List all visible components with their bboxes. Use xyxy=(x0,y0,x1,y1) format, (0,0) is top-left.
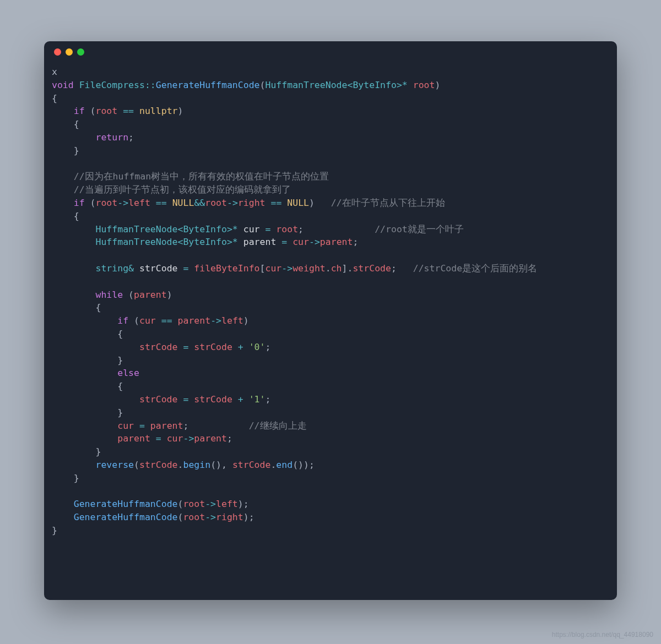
comment: //当遍历到叶子节点初，该权值对应的编码就拿到了 xyxy=(74,184,291,195)
paren: ( xyxy=(178,499,183,509)
id-cur: cur xyxy=(167,433,183,444)
ns: FileCompress xyxy=(79,80,145,90)
dot: . xyxy=(348,263,353,274)
pad xyxy=(188,421,248,431)
id-filebyteinfo: fileByteInfo xyxy=(188,263,259,274)
id-left: left xyxy=(221,315,243,326)
brace: { xyxy=(52,329,123,339)
id-strcode: strCode xyxy=(353,263,391,274)
eq: == xyxy=(117,106,139,116)
asgn: = xyxy=(265,224,270,234)
tmpl: ByteInfo xyxy=(183,237,226,247)
brace: { xyxy=(52,302,101,313)
fn-name: GenerateHuffmanCode xyxy=(156,80,260,90)
semi: ; xyxy=(183,421,188,431)
id-strcode: strCode xyxy=(232,460,271,470)
id-parent: parent xyxy=(150,421,183,431)
semi: ; xyxy=(128,132,134,143)
id-cur: cur xyxy=(238,224,266,234)
semi: ; xyxy=(309,460,315,470)
comma: , xyxy=(221,460,232,470)
titlebar xyxy=(44,41,617,62)
amp: & xyxy=(128,263,134,274)
zoom-icon[interactable] xyxy=(77,48,84,56)
kw-if: if xyxy=(74,106,85,116)
brace: } xyxy=(52,446,101,457)
paren: ) xyxy=(304,460,309,470)
lt: < xyxy=(178,237,183,247)
comment: //strCode是这个后面的别名 xyxy=(413,263,537,274)
type: HuffmanTreeNode xyxy=(95,237,177,247)
paren: ) xyxy=(167,290,172,300)
fn-begin: begin xyxy=(183,460,210,470)
paren: ) xyxy=(178,106,183,116)
id-right: right xyxy=(216,512,243,522)
id-root: root xyxy=(183,499,205,509)
arrow: -> xyxy=(117,198,128,208)
type: HuffmanTreeNode xyxy=(95,224,177,234)
minimize-icon[interactable] xyxy=(66,48,73,56)
scope-op: :: xyxy=(145,80,156,90)
id-root: root xyxy=(205,198,227,208)
dot: . xyxy=(270,460,276,470)
kw-if: if xyxy=(117,315,128,326)
asgn: = xyxy=(178,342,194,352)
lt: < xyxy=(178,224,183,234)
tmpl: ByteInfo xyxy=(183,224,226,234)
arrow: -> xyxy=(205,512,216,522)
brace: { xyxy=(52,119,79,129)
id-left: left xyxy=(128,198,150,208)
brace: { xyxy=(52,381,123,391)
eq: == xyxy=(266,198,288,208)
paren: ( xyxy=(85,198,96,208)
eq: == xyxy=(150,198,172,208)
arrow: -> xyxy=(281,263,292,274)
id-root: root xyxy=(270,224,298,234)
char-lit: '1' xyxy=(249,394,266,405)
semi: ; xyxy=(265,394,270,405)
comment: //继续向上走 xyxy=(249,421,307,431)
arrow: -> xyxy=(183,433,194,444)
paren: ( xyxy=(128,315,139,326)
semi: ; xyxy=(353,237,358,247)
id-parent: parent xyxy=(178,315,211,326)
brace: } xyxy=(52,355,123,365)
arg: root xyxy=(408,80,435,90)
kw-if: if xyxy=(74,198,85,208)
semi: ; xyxy=(298,224,304,234)
asgn: = xyxy=(281,237,287,247)
rbracket: ] xyxy=(342,263,348,274)
semi: ; xyxy=(249,512,254,522)
dot: . xyxy=(178,460,183,470)
asgn: = xyxy=(134,421,150,431)
lparen: ( xyxy=(260,80,266,90)
brace: { xyxy=(52,93,57,103)
id-cur: cur xyxy=(117,421,134,431)
id-strcode: strCode xyxy=(134,263,183,274)
paren: ) xyxy=(238,499,243,509)
id-root: root xyxy=(96,198,118,208)
plus: + xyxy=(232,342,249,352)
type-string: string xyxy=(95,263,128,274)
paren: ( xyxy=(134,460,139,470)
brace: } xyxy=(52,145,79,156)
type: HuffmanTreeNode xyxy=(265,80,347,90)
id-parent: parent xyxy=(117,433,150,444)
arrow: -> xyxy=(227,198,238,208)
watermark: https://blog.csdn.net/qq_44918090 xyxy=(552,631,653,638)
code-block: x void FileCompress::GenerateHuffmanCode… xyxy=(44,62,617,545)
arrow: -> xyxy=(309,237,320,247)
gt: > xyxy=(227,237,232,247)
char-lit: '0' xyxy=(249,342,266,352)
semi: ; xyxy=(243,499,249,509)
id-cur: cur xyxy=(287,237,309,247)
id-strcode: strCode xyxy=(194,342,232,352)
arrow: -> xyxy=(205,499,216,509)
close-icon[interactable] xyxy=(54,48,61,56)
pad xyxy=(304,224,375,234)
id-left: left xyxy=(216,499,238,509)
id-weight: weight xyxy=(292,263,326,274)
paren: () xyxy=(210,460,221,470)
pad xyxy=(397,263,413,274)
id-root: root xyxy=(96,106,118,116)
